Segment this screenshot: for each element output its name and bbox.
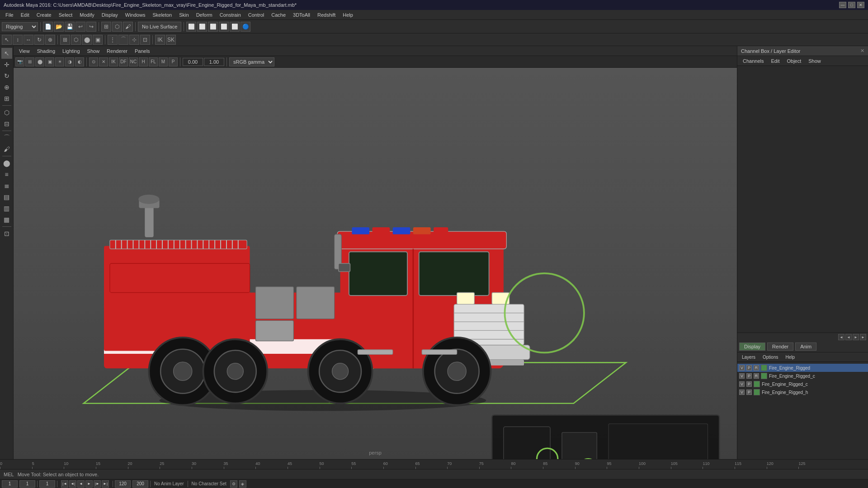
step-forward-btn[interactable]: |► [94,480,101,488]
close-button[interactable]: ✕ [857,2,864,8]
soft-mod-btn[interactable]: ⬡ [1,107,12,118]
move-tool-btn[interactable]: ✛ [1,59,12,70]
vpt-joints-btn[interactable]: ✕ [99,57,108,66]
object-btn[interactable]: ⬡ [71,35,81,45]
menu-skin[interactable]: Skin [175,11,192,19]
component-btn[interactable]: ⊞ [60,35,70,45]
show-manip-btn[interactable]: ⊟ [1,118,12,129]
snap-curve-btn[interactable]: ⌒ [118,35,128,45]
vpt-motion-btn[interactable]: M [159,57,168,66]
vpt-ik-btn[interactable]: IK [109,57,118,66]
vpt-deform-btn[interactable]: DF [119,57,128,66]
new-scene-btn[interactable]: 📄 [43,22,53,32]
vpt-cam-btn[interactable]: 📷 [15,57,24,66]
play-forward-btn[interactable]: ► [85,480,93,488]
channel-box-close[interactable]: ✕ [860,48,864,54]
layer-visibility-check[interactable]: V [739,373,745,379]
menu-control[interactable]: Control [245,11,268,19]
redo-btn[interactable]: ↪ [86,22,96,32]
render5-btn[interactable]: ⬜ [230,22,240,32]
vpt-wireframe-btn[interactable]: ⊞ [25,57,34,66]
timeline-ruler[interactable]: 0510152025303540455055606570758085909510… [0,460,868,469]
rp-scroll-left[interactable]: ◄ [838,334,844,340]
vpt-texture-btn[interactable]: ▣ [45,57,54,66]
viewport-canvas[interactable]: persp [14,68,737,459]
layer-render-check[interactable]: R [754,373,759,379]
snap-grid-btn[interactable]: ⋮ [108,35,118,45]
move-tool[interactable]: ↖ [2,35,12,45]
display-tab[interactable]: Display [739,343,765,351]
play-back-btn[interactable]: ◄ [77,480,85,488]
vpt-ao-btn[interactable]: ◐ [75,57,84,66]
layer-playback-check[interactable]: P [746,365,752,371]
menu-skeleton[interactable]: Skeleton [149,11,175,19]
vpt-hair-btn[interactable]: H [139,57,148,66]
layer-editor-btn[interactable]: ≡ [1,169,12,180]
menu-deform[interactable]: Deform [193,11,216,19]
rp-scroll-end[interactable]: ► [860,334,866,340]
start-frame-input[interactable] [2,480,18,488]
current-frame-input[interactable] [19,480,35,488]
select-btn[interactable]: ⊞ [101,22,111,32]
anim-layer-btn[interactable]: ▤ [1,192,12,202]
vpt-pivot-btn[interactable]: P [169,57,178,66]
show-menu[interactable]: Show [84,47,104,55]
layer-visibility-check[interactable]: V [739,381,745,387]
scale-btn[interactable]: ⊕ [45,35,55,45]
layer-playback-check[interactable]: P [746,373,752,379]
menu-file[interactable]: File [2,11,17,19]
shading-menu[interactable]: Shading [33,47,59,55]
layer-visibility-check[interactable]: V [739,365,745,371]
save-scene-btn[interactable]: 💾 [65,22,75,32]
cb-tab-edit[interactable]: Edit [767,57,783,65]
move-y-btn[interactable]: ↔ [24,35,33,45]
hierarchy-btn[interactable]: ⬤ [82,35,92,45]
char-set-btn2[interactable]: ◈ [239,480,246,488]
menu-3dtoall[interactable]: 3DToAll [289,11,314,19]
paint-select-btn[interactable]: 🖌 [1,144,12,155]
menu-select[interactable]: Select [55,11,76,19]
rotate-tool-btn[interactable]: ↻ [1,70,12,81]
options-subtab[interactable]: Options [760,354,781,360]
rotate-btn[interactable]: ↻ [34,35,44,45]
view-menu[interactable]: View [15,47,33,55]
menu-modify[interactable]: Modify [76,11,98,19]
vpt-shadow-btn[interactable]: ◑ [65,57,74,66]
rp-scroll-right2[interactable]: ► [853,334,859,340]
help-subtab[interactable]: Help [783,354,797,360]
universal-tool-btn[interactable]: ⊞ [1,93,12,104]
panels-menu[interactable]: Panels [131,47,154,55]
render-layer-btn[interactable]: ≣ [1,180,12,191]
layer-row[interactable]: VPRFire_Engine_Rigged_c [737,372,868,380]
render-tab[interactable]: Render [767,343,793,351]
world-btn[interactable]: ▣ [93,35,103,45]
lasso-btn[interactable]: ⬡ [112,22,122,32]
layer-playback-check[interactable]: P [746,389,752,395]
menu-cache[interactable]: Cache [268,11,289,19]
scale-tool-btn[interactable]: ⊕ [1,82,12,93]
lighting-menu[interactable]: Lighting [59,47,84,55]
undo-btn[interactable]: ↩ [75,22,85,32]
lasso-select-btn[interactable]: ⌒ [1,132,12,143]
move-x-btn[interactable]: ↕ [13,35,23,45]
misc-btn[interactable]: ⊡ [1,228,12,239]
layer-playback-check[interactable]: P [746,381,752,387]
cb-tab-channels[interactable]: Channels [739,57,767,65]
rp-scroll-right[interactable]: ◄ [845,334,852,340]
menu-display[interactable]: Display [98,11,122,19]
render6-btn[interactable]: 🔵 [241,22,250,32]
vpt-near-clip[interactable] [183,58,203,66]
menu-constrain[interactable]: Constrain [216,11,245,19]
skin-btn[interactable]: SK [166,35,176,45]
open-scene-btn[interactable]: 📂 [54,22,64,32]
vpt-color-space[interactable]: sRGB gamma [229,57,274,66]
snap-view-btn[interactable]: ⊡ [140,35,150,45]
menu-help[interactable]: Help [339,11,357,19]
render2-btn[interactable]: ⬜ [197,22,207,32]
vpt-isolate-btn[interactable]: ⊙ [89,57,98,66]
frame-input-2[interactable] [39,480,55,488]
end-frame-input[interactable] [115,480,131,488]
menu-redshift[interactable]: Redshift [314,11,339,19]
constraint-btn[interactable]: ▥ [1,203,12,214]
menu-create[interactable]: Create [33,11,55,19]
